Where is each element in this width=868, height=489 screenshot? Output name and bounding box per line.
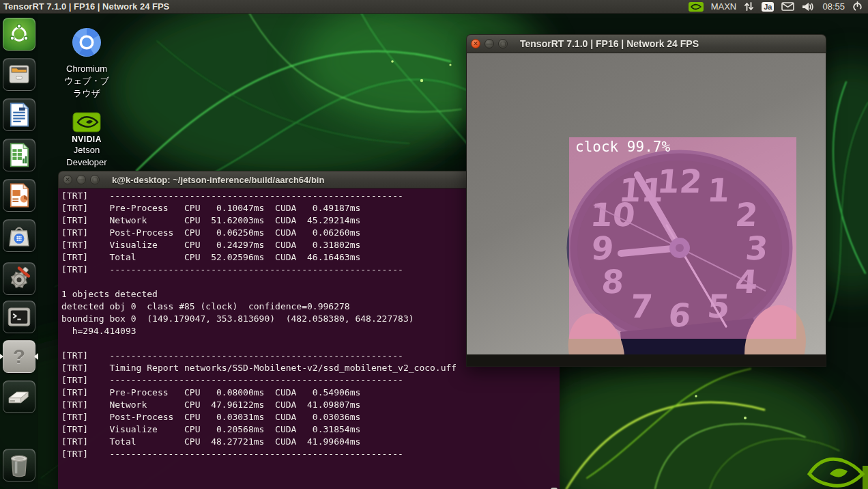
maximize-button[interactable]: ▢	[498, 39, 508, 48]
disk-drive-icon	[5, 382, 33, 411]
desktop-icon-nvidia-jetson[interactable]: NVIDIA Jetson Developer	[49, 112, 124, 169]
detection-label: clock 99.7%	[575, 139, 670, 155]
video-window-title: TensorRT 7.1.0 | FP16 | Network 24 FPS	[520, 38, 699, 49]
launcher-item-dash[interactable]	[3, 18, 35, 51]
updown-arrows-icon[interactable]	[744, 1, 754, 12]
launcher-item-disk-drive[interactable]	[3, 380, 35, 413]
libreoffice-writer-icon	[5, 100, 33, 129]
launcher: ?	[0, 13, 38, 489]
desktop-icon-label: Developer	[49, 156, 124, 169]
detection-bounding-box: clock 99.7%	[569, 137, 796, 339]
running-indicator-arrow	[0, 354, 3, 359]
desktop-icon-label: Jetson	[49, 144, 124, 156]
desktop-icon-label: ウェブ・ブ	[49, 75, 124, 87]
desktop: Chromium ウェブ・ブ ラウザ NVIDIA Jetson Develop…	[0, 0, 868, 489]
launcher-item-impress[interactable]	[3, 179, 35, 212]
file-manager-icon	[5, 60, 33, 89]
nvidia-logo-icon[interactable]	[689, 2, 704, 12]
launcher-item-trash[interactable]	[3, 449, 35, 481]
chromium-icon	[70, 26, 103, 59]
minimize-button[interactable]: —	[484, 39, 494, 48]
terminal-icon	[5, 303, 33, 331]
mail-icon[interactable]	[781, 2, 794, 11]
ubuntu-software-icon	[5, 221, 33, 250]
maximize-button[interactable]: ▢	[90, 175, 100, 184]
launcher-item-software[interactable]	[3, 219, 35, 252]
terminal-title: k@k-desktop: ~/jetson-inference/build/aa…	[112, 175, 324, 185]
launcher-item-files[interactable]	[3, 58, 35, 91]
volume-icon[interactable]	[802, 2, 815, 12]
desktop-icon-label: ラウザ	[49, 87, 124, 100]
panel-clock[interactable]: 08:55	[822, 1, 845, 12]
launcher-item-settings[interactable]	[3, 262, 35, 295]
unknown-app-icon: ?	[13, 345, 25, 368]
panel-app-title: TensorRT 7.1.0 | FP16 | Network 24 FPS	[0, 1, 169, 12]
libreoffice-calc-icon	[5, 141, 33, 169]
ubuntu-dash-icon	[5, 20, 33, 48]
video-frame: 121234567891011 clock 99.7%	[466, 53, 826, 367]
launcher-item-unknown-app[interactable]: ?	[3, 340, 35, 373]
desktop-icon-chromium[interactable]: Chromium ウェブ・ブ ラウザ	[49, 26, 124, 100]
focused-indicator-arrow	[34, 353, 38, 360]
minimize-button[interactable]: —	[76, 175, 86, 184]
session-power-icon[interactable]	[852, 1, 863, 12]
nvidia-brand-label: NVIDIA	[49, 135, 124, 144]
keyboard-indicator-badge[interactable]: Ja	[762, 2, 774, 12]
launcher-item-terminal[interactable]	[3, 301, 35, 333]
launcher-item-calc[interactable]	[3, 139, 35, 171]
desktop-icon-label: Chromium	[49, 63, 124, 75]
launcher-item-writer[interactable]	[3, 98, 35, 131]
nvidia-eye-icon	[72, 112, 101, 132]
system-settings-icon	[5, 264, 33, 293]
power-mode-label[interactable]: MAXN	[711, 1, 737, 12]
video-titlebar[interactable]: ✕ — ▢ TensorRT 7.1.0 | FP16 | Network 24…	[466, 34, 826, 53]
libreoffice-impress-icon	[5, 181, 33, 210]
close-button[interactable]: ✕	[471, 39, 480, 48]
detection-video-window: ✕ — ▢ TensorRT 7.1.0 | FP16 | Network 24…	[466, 34, 826, 367]
terminal-output: [TRT] ----------------------------------…	[61, 190, 457, 460]
close-button[interactable]: ✕	[63, 175, 72, 184]
top-panel: TensorRT 7.1.0 | FP16 | Network 24 FPS M…	[0, 0, 868, 14]
trash-icon	[5, 451, 33, 479]
